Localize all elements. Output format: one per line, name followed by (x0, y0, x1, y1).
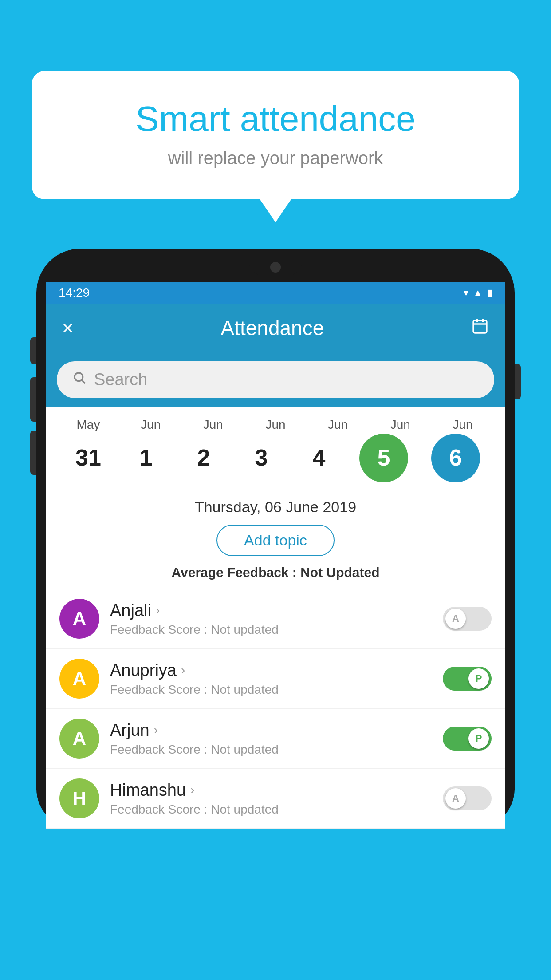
phone-mockup: 14:29 ▾ ▲ ▮ × Attendance (36, 249, 515, 980)
date-info: Thursday, 06 June 2019 Add topic Average… (46, 486, 505, 589)
student-item: H Himanshu › Feedback Score : Not update… (46, 769, 505, 829)
status-time: 14:29 (59, 286, 90, 300)
cal-month-0: May (59, 418, 117, 432)
svg-rect-0 (473, 320, 487, 332)
toggle-knob: P (468, 728, 489, 749)
status-bar: 14:29 ▾ ▲ ▮ (46, 282, 505, 304)
cal-day-1[interactable]: 1 (117, 443, 175, 473)
student-item: A Anupriya › Feedback Score : Not update… (46, 649, 505, 709)
feedback-value: Not updated (211, 743, 279, 756)
toggle-switch[interactable]: P (443, 727, 492, 751)
student-feedback: Feedback Score : Not updated (110, 623, 443, 637)
student-avatar: A (59, 719, 99, 759)
student-name-row[interactable]: Anjali › (110, 601, 443, 620)
avg-feedback-label: Average Feedback : (171, 565, 296, 580)
signal-icon: ▲ (473, 287, 483, 299)
cal-day-4[interactable]: 4 (290, 443, 348, 473)
cal-month-2: Jun (184, 418, 242, 432)
toggle-knob: A (445, 788, 466, 809)
cal-day-2[interactable]: 2 (175, 443, 232, 473)
student-name: Arjun (110, 721, 150, 740)
student-info: Anupriya › Feedback Score : Not updated (110, 661, 443, 697)
search-input-placeholder: Search (94, 370, 147, 389)
toggle-switch[interactable]: A (443, 786, 492, 810)
student-name-row[interactable]: Anupriya › (110, 661, 443, 680)
cal-day-31[interactable]: 31 (59, 443, 117, 473)
student-name: Himanshu (110, 781, 186, 800)
volume-up-button (30, 377, 36, 422)
cal-month-5: Jun (371, 418, 429, 432)
cal-month-4: Jun (309, 418, 367, 432)
avg-feedback: Average Feedback : Not Updated (55, 565, 496, 580)
student-feedback: Feedback Score : Not updated (110, 683, 443, 697)
phone-notch-area (46, 258, 505, 282)
calendar-icon[interactable] (471, 317, 489, 339)
speech-bubble-title: Smart attendance (67, 98, 484, 140)
cal-day-6-selected[interactable]: 6 (431, 434, 480, 482)
student-feedback: Feedback Score : Not updated (110, 743, 443, 757)
battery-icon: ▮ (487, 287, 492, 299)
toggle-switch[interactable]: A (443, 607, 492, 631)
cal-day-5-today[interactable]: 5 (359, 434, 408, 482)
chevron-icon: › (156, 603, 160, 617)
chevron-icon: › (190, 783, 194, 797)
phone-outer: 14:29 ▾ ▲ ▮ × Attendance (36, 249, 515, 829)
student-name: Anupriya (110, 661, 177, 680)
student-item: A Arjun › Feedback Score : Not updated P (46, 709, 505, 769)
chevron-icon: › (154, 723, 158, 737)
search-icon (73, 371, 87, 389)
toggle-switch[interactable]: P (443, 667, 492, 691)
attendance-toggle[interactable]: P (443, 667, 492, 691)
calendar-days: 31 1 2 3 4 5 6 (55, 434, 496, 482)
phone-notch (249, 258, 302, 275)
student-name-row[interactable]: Himanshu › (110, 781, 443, 800)
cal-day-3[interactable]: 3 (232, 443, 290, 473)
student-avatar: A (59, 659, 99, 699)
calendar-strip: May Jun Jun Jun Jun Jun Jun 31 1 2 3 4 5… (46, 407, 505, 486)
attendance-toggle[interactable]: A (443, 786, 492, 810)
student-avatar: H (59, 778, 99, 818)
avg-feedback-value: Not Updated (300, 565, 379, 580)
toggle-knob: P (468, 668, 489, 689)
front-camera (270, 262, 281, 273)
cal-month-3: Jun (247, 418, 304, 432)
add-topic-button[interactable]: Add topic (216, 525, 335, 556)
attendance-toggle[interactable]: A (443, 607, 492, 631)
student-item: A Anjali › Feedback Score : Not updated … (46, 589, 505, 649)
student-info: Himanshu › Feedback Score : Not updated (110, 781, 443, 817)
close-button[interactable]: × (62, 317, 74, 339)
calendar-months: May Jun Jun Jun Jun Jun Jun (55, 418, 496, 432)
student-list: A Anjali › Feedback Score : Not updated … (46, 589, 505, 829)
student-avatar: A (59, 599, 99, 639)
power-button (515, 364, 521, 399)
header-title: Attendance (220, 316, 324, 340)
search-bar[interactable]: Search (57, 361, 494, 398)
speech-bubble: Smart attendance will replace your paper… (32, 71, 519, 199)
chevron-icon: › (181, 663, 185, 677)
student-name: Anjali (110, 601, 151, 620)
speech-bubble-subtitle: will replace your paperwork (67, 148, 484, 168)
feedback-value: Not updated (211, 623, 279, 636)
student-info: Arjun › Feedback Score : Not updated (110, 721, 443, 757)
app-header: × Attendance (46, 304, 505, 352)
phone-screen: 14:29 ▾ ▲ ▮ × Attendance (46, 282, 505, 829)
toggle-knob: A (445, 609, 466, 629)
wifi-icon: ▾ (464, 287, 468, 299)
student-feedback: Feedback Score : Not updated (110, 802, 443, 817)
search-container: Search (46, 352, 505, 407)
svg-line-5 (82, 380, 85, 383)
svg-point-4 (75, 373, 83, 381)
status-icons: ▾ ▲ ▮ (464, 287, 492, 299)
silent-button (30, 337, 36, 364)
feedback-value: Not updated (211, 683, 279, 696)
student-name-row[interactable]: Arjun › (110, 721, 443, 740)
cal-month-6: Jun (434, 418, 492, 432)
student-info: Anjali › Feedback Score : Not updated (110, 601, 443, 637)
feedback-value: Not updated (211, 802, 279, 816)
cal-month-1: Jun (122, 418, 180, 432)
date-label: Thursday, 06 June 2019 (55, 498, 496, 516)
attendance-toggle[interactable]: P (443, 727, 492, 751)
volume-down-button (30, 431, 36, 475)
